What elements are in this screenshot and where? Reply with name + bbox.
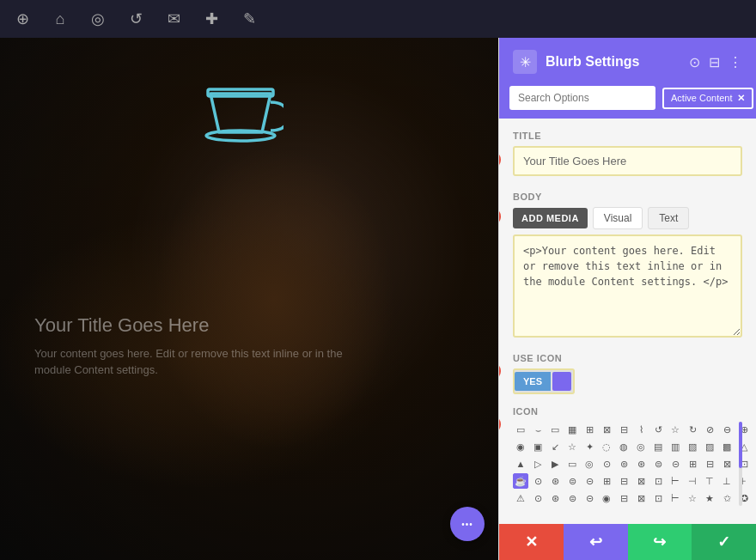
icon-cell[interactable]: ✦ <box>582 439 597 454</box>
redo-button[interactable]: ↪ <box>628 524 692 560</box>
icon-cell[interactable]: ⊙ <box>599 456 614 472</box>
comment-icon[interactable]: ✉ <box>162 7 186 31</box>
icon-grid-scrollbar-thumb <box>739 422 742 468</box>
icon-cell[interactable]: ▤ <box>650 439 666 454</box>
icon-cell[interactable]: ⊟ <box>616 422 631 437</box>
undo-button[interactable]: ↩ <box>564 524 628 560</box>
icon-cell[interactable]: ⊛ <box>547 473 563 489</box>
icon-cell[interactable]: ◉ <box>513 439 528 454</box>
icon-cell[interactable]: ⊟ <box>616 490 631 506</box>
save-button[interactable]: ✓ <box>692 524 756 560</box>
pencil-icon[interactable]: ✎ <box>237 7 261 31</box>
columns-icon[interactable]: ⊟ <box>709 54 720 70</box>
icon-grid-scrollbar[interactable] <box>739 422 742 506</box>
icon-cell[interactable]: ▭ <box>564 456 580 472</box>
icon-cell[interactable]: ⊢ <box>668 490 683 506</box>
icon-cell[interactable]: ⊞ <box>685 456 700 472</box>
body-textarea[interactable]: <p>Your content goes here. Edit or remov… <box>513 234 742 338</box>
icon-cell[interactable]: ▭ <box>513 422 528 437</box>
toggle-yes-label: YES <box>515 372 551 391</box>
icon-cell[interactable]: ◉ <box>599 490 614 506</box>
icon-cell[interactable]: ⊛ <box>633 456 649 472</box>
icon-cell[interactable]: ⊙ <box>530 473 546 489</box>
redo-icon: ↪ <box>653 533 666 551</box>
icon-cell[interactable]: ⊠ <box>719 456 735 472</box>
icon-cell[interactable]: ▲ <box>513 456 528 472</box>
icon-cell[interactable]: ⊠ <box>599 422 614 437</box>
icon-cell[interactable]: ▣ <box>530 439 546 454</box>
icon-cell[interactable]: ⊠ <box>633 473 649 489</box>
icon-cell[interactable]: ▦ <box>564 422 580 437</box>
icon-cell[interactable]: ⌇ <box>633 422 649 437</box>
icon-cell[interactable]: ⊛ <box>547 490 563 506</box>
home-icon[interactable]: ⌂ <box>48 7 72 31</box>
icon-cell[interactable]: ⊥ <box>719 473 735 489</box>
icon-cell[interactable]: ⊞ <box>582 422 597 437</box>
search-input[interactable] <box>509 86 655 110</box>
canvas: Your Title Goes Here Your content goes h… <box>0 38 498 560</box>
icon-cell[interactable]: ★ <box>702 490 717 506</box>
text-button[interactable]: Text <box>648 207 689 229</box>
icon-cell[interactable]: ⊜ <box>564 490 580 506</box>
add-media-button[interactable]: ADD MEDIA <box>513 208 588 228</box>
icon-cell[interactable]: ☆ <box>564 439 580 454</box>
icon-cell[interactable]: ▨ <box>702 439 717 454</box>
icon-cell[interactable]: ⊢ <box>668 473 683 489</box>
icon-cell[interactable]: ↺ <box>650 422 666 437</box>
icon-cell[interactable]: ⊝ <box>668 456 683 472</box>
dashboard-icon[interactable]: ◎ <box>86 7 110 31</box>
active-content-badge: Active Content ✕ <box>662 88 753 109</box>
icon-cell[interactable]: ☆ <box>668 422 683 437</box>
icon-cell[interactable]: ⊜ <box>564 473 580 489</box>
icon-cell[interactable]: ◎ <box>633 439 649 454</box>
icon-cell[interactable]: ⊟ <box>702 456 717 472</box>
icon-cell[interactable]: ⊤ <box>702 473 717 489</box>
icon-cell[interactable]: ⊟ <box>616 473 631 489</box>
add-icon[interactable]: ✚ <box>199 7 223 31</box>
icon-cell[interactable]: ▷ <box>530 456 546 472</box>
icon-cell[interactable]: ⊝ <box>582 490 597 506</box>
icon-cell[interactable]: ⊡ <box>650 473 666 489</box>
icon-cell-cup[interactable]: ☕ <box>513 473 528 489</box>
icon-cell[interactable]: ✩ <box>719 490 735 506</box>
visual-button[interactable]: Visual <box>593 207 643 229</box>
icon-cell[interactable]: ⌣ <box>530 422 546 437</box>
icon-cell[interactable]: ⊞ <box>599 473 614 489</box>
refresh-icon[interactable]: ↺ <box>124 7 148 31</box>
body-label: Body <box>513 192 742 202</box>
icon-cell[interactable]: ⊠ <box>633 490 649 506</box>
icon-cell[interactable]: ⊚ <box>616 456 631 472</box>
icon-cell[interactable]: ⚠ <box>513 490 528 506</box>
icon-cell[interactable]: ▭ <box>547 422 563 437</box>
icon-cell[interactable]: ▥ <box>668 439 683 454</box>
more-icon[interactable]: ⋮ <box>729 54 742 70</box>
icon-cell[interactable]: ⊘ <box>702 422 717 437</box>
coffee-cup-svg <box>198 72 284 145</box>
title-input[interactable]: Your Title Goes Here <box>513 146 742 176</box>
icon-cell[interactable]: ▶ <box>547 456 563 472</box>
icon-cell[interactable]: ↙ <box>547 439 563 454</box>
icon-cell[interactable]: ◎ <box>582 456 597 472</box>
use-icon-label: Use Icon <box>513 353 742 363</box>
icon-cell[interactable]: ↻ <box>685 422 700 437</box>
icon-cell[interactable]: ⊙ <box>530 490 546 506</box>
wordpress-icon[interactable]: ⊕ <box>10 7 34 31</box>
icon-cell[interactable]: ◍ <box>616 439 631 454</box>
icon-cell[interactable]: ⊖ <box>719 422 735 437</box>
fab-button[interactable]: ••• <box>450 507 485 541</box>
toggle-handle <box>552 372 571 391</box>
icon-cell[interactable]: ⊣ <box>685 473 700 489</box>
cancel-button[interactable]: ✕ <box>499 524 564 560</box>
icon-cell[interactable]: ▧ <box>685 439 700 454</box>
icon-cell[interactable]: ▩ <box>719 439 735 454</box>
icon-cell[interactable]: ◌ <box>599 439 614 454</box>
undo-icon: ↩ <box>589 533 602 551</box>
use-icon-toggle[interactable]: YES <box>513 368 575 394</box>
target-icon[interactable]: ⊙ <box>689 54 700 70</box>
active-content-close-icon[interactable]: ✕ <box>737 93 745 104</box>
icon-cell[interactable]: ⊜ <box>650 456 666 472</box>
icon-cell[interactable]: ☆ <box>685 490 700 506</box>
panel-header-icons: ⊙ ⊟ ⋮ <box>689 54 742 70</box>
icon-cell[interactable]: ⊝ <box>582 473 597 489</box>
icon-cell[interactable]: ⊡ <box>650 490 666 506</box>
